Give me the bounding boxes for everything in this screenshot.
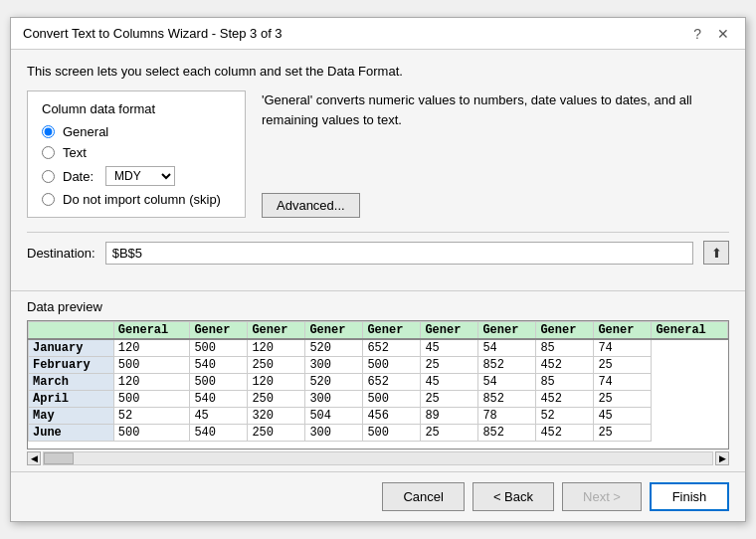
data-cell: 500: [363, 425, 421, 442]
label-date[interactable]: Date:: [63, 169, 94, 184]
table-row: February5005402503005002585245225: [29, 357, 728, 374]
right-panel: 'General' converts numeric values to num…: [262, 90, 729, 218]
scroll-right-btn[interactable]: ▶: [715, 451, 729, 465]
data-cell: 45: [421, 339, 478, 357]
table-row: June5005402503005002585245225: [29, 425, 728, 442]
data-cell: 504: [305, 408, 363, 425]
preview-header-cell: General: [113, 322, 190, 340]
help-button[interactable]: ?: [689, 27, 705, 41]
data-cell: 120: [113, 339, 190, 357]
preview-header-cell: Gener: [305, 322, 363, 340]
table-row: January12050012052065245548574: [29, 339, 728, 357]
data-cell: 45: [190, 408, 248, 425]
cancel-button[interactable]: Cancel: [382, 482, 464, 511]
title-bar: Convert Text to Columns Wizard - Step 3 …: [11, 18, 745, 50]
data-cell: 500: [113, 425, 190, 442]
data-cell: 300: [305, 391, 363, 408]
table-row: May524532050445689785245: [29, 408, 728, 425]
preview-header-cell: Gener: [248, 322, 305, 340]
advanced-button[interactable]: Advanced...: [262, 193, 360, 218]
data-cell: 540: [190, 391, 248, 408]
data-cell: 54: [478, 339, 536, 357]
data-cell: 320: [248, 408, 305, 425]
preview-header-cell: Gener: [478, 322, 536, 340]
data-cell: 52: [113, 408, 190, 425]
data-cell: 250: [248, 425, 305, 442]
data-cell: 500: [190, 374, 248, 391]
label-general[interactable]: General: [63, 124, 108, 139]
radio-general[interactable]: [42, 125, 55, 138]
radio-date[interactable]: [42, 170, 55, 183]
data-cell: 500: [113, 357, 190, 374]
data-cell: 520: [305, 339, 363, 357]
radio-row-text: Text: [42, 145, 231, 160]
radio-text[interactable]: [42, 146, 55, 159]
data-cell: 45: [421, 374, 478, 391]
date-format-select[interactable]: MDY DMY YMD MYD DYM YDM: [105, 166, 175, 186]
preview-table: GeneralGenerGenerGenerGenerGenerGenerGen…: [28, 321, 728, 442]
scroll-left-btn[interactable]: ◀: [27, 451, 41, 465]
data-cell: 120: [248, 339, 305, 357]
column-format-box: Column data format General Text Date:: [27, 90, 246, 218]
data-cell: 852: [478, 357, 536, 374]
data-cell: 452: [536, 391, 594, 408]
data-cell: 500: [363, 391, 421, 408]
h-scrollbar: ◀ ▶: [27, 451, 729, 465]
row-label-cell: June: [29, 425, 114, 442]
h-scrollbar-thumb: [44, 452, 74, 464]
radio-row-skip: Do not import column (skip): [42, 192, 231, 207]
destination-input[interactable]: [105, 242, 693, 265]
title-bar-left: Convert Text to Columns Wizard - Step 3 …: [23, 26, 283, 41]
data-cell: 300: [305, 357, 363, 374]
table-row: April5005402503005002585245225: [29, 391, 728, 408]
finish-button[interactable]: Finish: [650, 482, 729, 511]
data-cell: 452: [536, 357, 594, 374]
destination-row: Destination: ⬆: [27, 232, 729, 272]
data-cell: 652: [363, 374, 421, 391]
radio-skip[interactable]: [42, 193, 55, 206]
data-cell: 25: [421, 391, 478, 408]
data-cell: 540: [190, 357, 248, 374]
close-button[interactable]: ✕: [713, 27, 733, 41]
radio-row-general: General: [42, 124, 231, 139]
data-cell: 25: [594, 357, 652, 374]
data-cell: 85: [536, 339, 594, 357]
data-cell: 74: [594, 374, 652, 391]
preview-header-cell: Gener: [536, 322, 594, 340]
data-cell: 25: [594, 425, 652, 442]
destination-label: Destination:: [27, 246, 95, 261]
data-cell: 500: [113, 391, 190, 408]
data-cell: 852: [478, 425, 536, 442]
preview-header-cell: Gener: [594, 322, 652, 340]
label-skip[interactable]: Do not import column (skip): [63, 192, 221, 207]
data-cell: 85: [536, 374, 594, 391]
dialog-window: Convert Text to Columns Wizard - Step 3 …: [10, 17, 746, 522]
preview-scroll-area[interactable]: GeneralGenerGenerGenerGenerGenerGenerGen…: [28, 321, 728, 449]
data-cell: 456: [363, 408, 421, 425]
data-cell: 452: [536, 425, 594, 442]
preview-header-cell: Gener: [421, 322, 478, 340]
row-label-cell: April: [29, 391, 114, 408]
data-cell: 78: [478, 408, 536, 425]
data-cell: 250: [248, 391, 305, 408]
data-cell: 120: [248, 374, 305, 391]
radio-group: General Text Date: MDY DMY YMD MYD: [42, 124, 231, 207]
dialog-body: This screen lets you select each column …: [11, 50, 745, 290]
column-format-title: Column data format: [42, 101, 231, 116]
intro-text: This screen lets you select each column …: [27, 64, 729, 79]
label-text[interactable]: Text: [63, 145, 87, 160]
data-cell: 250: [248, 357, 305, 374]
data-cell: 120: [113, 374, 190, 391]
preview-table-container: GeneralGenerGenerGenerGenerGenerGenerGen…: [27, 320, 729, 449]
next-button[interactable]: Next >: [562, 482, 642, 511]
data-cell: 74: [594, 339, 652, 357]
data-cell: 89: [421, 408, 478, 425]
preview-header-cell: Gener: [363, 322, 421, 340]
h-scrollbar-track: [43, 451, 713, 465]
back-button[interactable]: < Back: [472, 482, 554, 511]
data-cell: 652: [363, 339, 421, 357]
data-cell: 25: [421, 425, 478, 442]
data-preview-title: Data preview: [27, 299, 729, 314]
data-cell: 52: [536, 408, 594, 425]
destination-collapse-button[interactable]: ⬆: [703, 241, 729, 265]
